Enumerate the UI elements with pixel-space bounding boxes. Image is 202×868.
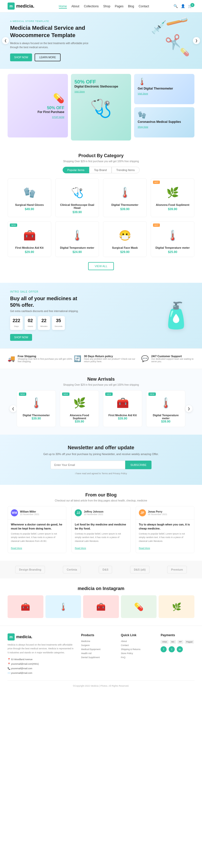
social-icon-2[interactable]: in	[177, 646, 183, 652]
footer: m medicia. Medicia is always focused on …	[0, 626, 202, 695]
logo[interactable]: m medicia.	[7, 2, 34, 9]
nav-link-shop[interactable]: Shop	[103, 4, 110, 8]
promo-title-3: Get Digital Thermometer	[138, 87, 173, 91]
promo-stethoscope-emoji: 🩺	[75, 98, 128, 119]
user-icon[interactable]: 👤	[181, 4, 185, 8]
arrival-price-0: $39.90	[21, 417, 52, 420]
instagram-item-1[interactable]: 🌡️	[46, 595, 81, 618]
sale-shop-button[interactable]: SHOP NOW	[10, 334, 32, 341]
hero-title: Medicia Medical Service and Woocommerce …	[10, 25, 91, 39]
product-price-7: $25.90	[154, 250, 191, 254]
instagram-item-3[interactable]: 💊	[121, 595, 157, 618]
blog-post-text-2: Contrary to popular belief, Lorem Ipsum …	[139, 532, 191, 543]
brand-item-2: D&S	[99, 566, 112, 574]
promo-right-column: 🌡️ Get Digital Thermometer Visit Store 🧤…	[134, 74, 195, 137]
product-image-1: 🩺	[59, 184, 96, 201]
nav-link-contact[interactable]: Contact	[139, 4, 149, 8]
hero-medical-image: 🪥	[165, 12, 190, 34]
arrival-badge-2: NEW	[105, 393, 113, 396]
promo-btn-4[interactable]: Shop Now	[138, 126, 148, 128]
nav-links: HomeAboutCollectionsShopPagesBlogContact	[59, 4, 149, 8]
view-all-button[interactable]: VIEW ALL	[88, 262, 114, 270]
footer-description: Medicia is always focused on the best tr…	[7, 643, 75, 655]
product-price-0: $49.90	[11, 207, 48, 211]
arrivals-title: New Arrivals	[7, 377, 195, 382]
payment-icon-0: VISA	[161, 640, 168, 644]
hero-syringe-image: 💉	[151, 20, 167, 35]
footer-products-col: ProductsMedicineSurgeonMedical Equipment…	[81, 633, 115, 675]
footer-link-0-1[interactable]: Surgeon	[81, 644, 115, 647]
hero-description: Medicia is always focused on the best tr…	[10, 41, 91, 50]
arrivals-subtitle: Shopping Over $29 in first purchase you …	[7, 383, 195, 386]
payment-icon-2: PP	[177, 640, 183, 644]
nav-link-pages[interactable]: Pages	[115, 4, 123, 8]
shop-now-button[interactable]: SHOP NOW	[10, 54, 32, 61]
footer-link-1-0[interactable]: About	[121, 640, 155, 643]
author-avatar-0: WM	[11, 509, 18, 516]
learn-more-button[interactable]: LEARN MORE	[35, 54, 60, 61]
products-section: Product By Category Shopping Over $29 in…	[0, 146, 202, 283]
promo-btn-2[interactable]: Visit Store	[75, 90, 85, 93]
footer-link-0-3[interactable]: Health Aid	[81, 652, 115, 655]
instagram-item-2[interactable]: 🧰	[83, 595, 119, 618]
read-more-link-0[interactable]: Read More	[11, 547, 22, 549]
author-avatar-1: JJ	[75, 509, 82, 516]
product-price-3: $39.90	[154, 207, 191, 211]
nav-link-blog[interactable]: Blog	[128, 4, 134, 8]
arrivals-prev-button[interactable]: ❮	[9, 405, 17, 412]
hero-prev-button[interactable]: ❮	[2, 37, 9, 44]
hero-content: A Medical Store Template Medicia Medical…	[10, 20, 91, 61]
author-name-2: Jonas Perry	[148, 510, 167, 513]
hero-section: ❮ A Medical Store Template Medicia Medic…	[0, 12, 202, 69]
blog-post-text-1: Contrary to popular belief, Lorem Ipsum …	[75, 532, 127, 543]
instagram-item-0[interactable]: 🧰	[7, 595, 44, 618]
product-tab-1[interactable]: Top Brand	[89, 167, 111, 173]
footer-col-heading-2: Payments	[161, 633, 195, 637]
nav-link-home[interactable]: Home	[59, 4, 67, 8]
instagram-item-4[interactable]: 🌿	[158, 595, 195, 618]
product-badge-4: NEW	[10, 223, 17, 227]
product-tab-0[interactable]: Popular Items	[63, 167, 89, 173]
nav-link-collections[interactable]: Collections	[84, 4, 99, 8]
footer-link-1-2[interactable]: Shipping & Returns	[121, 648, 155, 651]
feature-text-0: Free Shipping Shopping Over $29 in first…	[18, 355, 74, 363]
footer-contact-0: 📍 53 Woodland Avenue	[7, 657, 75, 662]
social-icon-1[interactable]: t	[169, 646, 175, 652]
product-image-6: 😷	[106, 226, 143, 244]
author-name-1: Jeffrey Johnson	[84, 510, 103, 513]
hero-next-button[interactable]: ❯	[193, 37, 200, 44]
footer-link-1-4[interactable]: FAQ	[121, 656, 155, 659]
feature-icon-0: 🚚	[7, 355, 15, 362]
promo-grid: 💊 50% OFF For First Purchase STOP NOW 50…	[0, 69, 202, 146]
read-more-link-2[interactable]: Read More	[139, 547, 150, 549]
product-tab-2[interactable]: Trending Items	[112, 167, 140, 173]
arrival-image-0: 🌡️	[21, 394, 52, 412]
product-image-0: 🧤	[11, 184, 48, 201]
blog-author-2: JP Jonas Perry 05 November 2021	[136, 506, 194, 520]
countdown-seconds: 35 Seconds	[52, 316, 65, 330]
arrival-image-3: 🌡️	[150, 394, 181, 412]
footer-link-0-2[interactable]: Medical Equipment	[81, 648, 115, 651]
footer-link-0-0[interactable]: Medicine	[81, 640, 115, 643]
brand-name: medicia.	[16, 3, 34, 9]
footer-link-0-4[interactable]: Dental Suppliment	[81, 656, 115, 659]
instagram-section: medicia on Instagram 🧰🌡️🧰💊🌿	[0, 579, 202, 626]
promo-btn-3[interactable]: Visit Store	[138, 92, 148, 95]
footer-link-1-1[interactable]: Contact	[121, 644, 155, 647]
blog-card-0: WM William Miller 15 November 2021 Whene…	[7, 506, 66, 553]
newsletter-email-input[interactable]	[51, 461, 125, 469]
brand-item-4: Premium	[167, 566, 186, 574]
arrivals-next-button[interactable]: ❯	[185, 405, 193, 412]
search-icon[interactable]: 🔍	[173, 4, 178, 8]
promo-btn-1[interactable]: STOP NOW	[52, 116, 64, 118]
sale-content: Intro Sale Offer Buy all of your medicin…	[10, 290, 86, 341]
read-more-link-1[interactable]: Read More	[75, 547, 86, 549]
footer-link-1-3[interactable]: Store Policy	[121, 652, 155, 655]
author-info-2: Jonas Perry 05 November 2021	[148, 510, 167, 516]
countdown-days: 222 Days	[10, 316, 23, 330]
newsletter-subscribe-button[interactable]: SUBSCRIBE	[125, 461, 151, 469]
social-icon-0[interactable]: f	[161, 646, 167, 652]
arrival-price-1: $39.90	[64, 420, 95, 423]
nav-link-about[interactable]: About	[71, 4, 79, 8]
promo-card-thermometer: 🌡️ Get Digital Thermometer Visit Store	[134, 74, 195, 104]
